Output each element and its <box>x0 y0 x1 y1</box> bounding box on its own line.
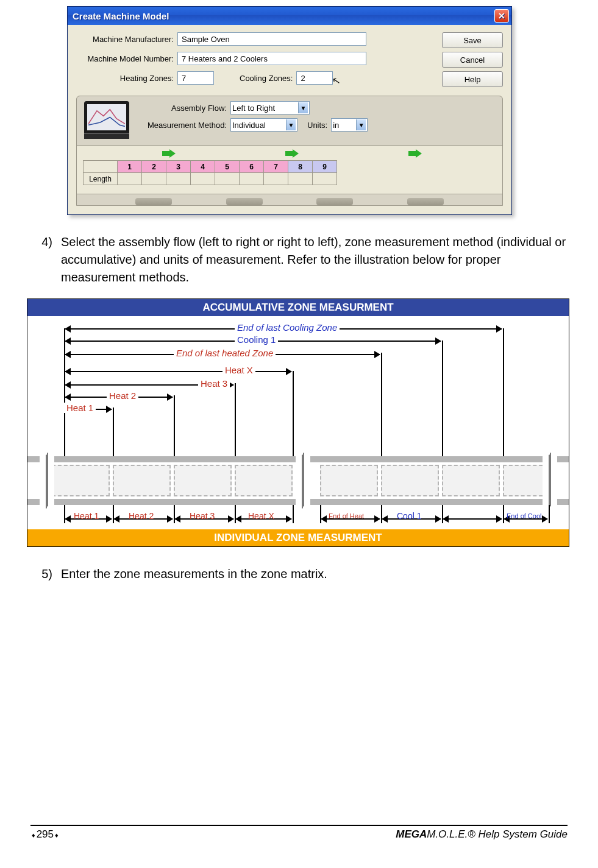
step-number: 5) <box>38 565 52 583</box>
zone-header: 3 <box>166 161 191 173</box>
zone-matrix-table: 1 2 3 4 5 6 7 8 9 Length <box>83 160 337 185</box>
model-number-label: Machine Model Number: <box>76 54 174 63</box>
zone-header: 4 <box>191 161 215 173</box>
measurement-diagram: ACCUMULATIVE ZONE MEASURMENT <box>27 298 569 547</box>
zone-header: 8 <box>288 161 313 173</box>
step-text: Select the assembly flow (left to right … <box>61 233 568 286</box>
heat3-ind-label: Heat 3 <box>190 511 215 521</box>
manufacturer-input[interactable] <box>177 32 366 46</box>
accumulative-header: ACCUMULATIVE ZONE MEASURMENT <box>27 299 569 316</box>
cooling1-label: Cooling 1 <box>235 334 278 345</box>
heat1-acc-label: Heat 1 <box>64 403 96 413</box>
save-button[interactable]: Save <box>442 32 503 48</box>
zone-cell[interactable] <box>142 173 166 185</box>
arrow-right-icon <box>285 149 299 158</box>
machine-foot-icon <box>407 198 444 205</box>
machine-foot-icon <box>226 198 263 205</box>
machine-foot-icon <box>135 198 172 205</box>
create-machine-model-dialog: Create Machine Model ✕ Machine Manufactu… <box>67 6 512 215</box>
page-footer: 295 MEGAM.O.L.E.® Help System Guide <box>30 825 568 841</box>
cursor-icon: ↖ <box>332 74 341 87</box>
chevron-down-icon: ▼ <box>356 119 366 130</box>
cooling-zones-label: Cooling Zones: <box>240 74 293 83</box>
zone-cell[interactable] <box>166 173 191 185</box>
arrow-right-icon <box>162 149 176 158</box>
dialog-title: Create Machine Model <box>73 11 494 21</box>
units-select[interactable]: in▼ <box>331 118 368 132</box>
zone-cell[interactable] <box>118 173 142 185</box>
heat2-acc-label: Heat 2 <box>107 390 138 401</box>
zone-cell[interactable] <box>264 173 288 185</box>
end-cool-ind-label: End of Cool <box>507 512 541 520</box>
machine-foot-icon <box>316 198 353 205</box>
arrow-right-icon <box>408 149 422 158</box>
zone-header: 1 <box>118 161 142 173</box>
individual-header: INDIVIDUAL ZONE MEASURMENT <box>27 529 569 546</box>
zone-cell[interactable] <box>215 173 240 185</box>
monitor-icon <box>84 101 129 139</box>
heatx-acc-label: Heat X <box>222 365 255 375</box>
measurement-method-select[interactable]: Individual▼ <box>230 118 297 132</box>
step-5: 5) Enter the zone measurements in the zo… <box>38 565 568 583</box>
zone-cell[interactable] <box>288 173 313 185</box>
cool1-ind-label: Cool 1 <box>397 511 421 521</box>
zone-header: 6 <box>240 161 264 173</box>
step-number: 4) <box>38 233 52 286</box>
model-number-input[interactable] <box>177 52 366 65</box>
length-row-label: Length <box>84 173 118 185</box>
assembly-panel: Assembly Flow: Left to Right▼ Measuremen… <box>76 96 503 206</box>
zone-cell[interactable] <box>240 173 264 185</box>
dialog-titlebar: Create Machine Model ✕ <box>68 7 511 25</box>
help-button[interactable]: Help <box>442 71 503 87</box>
cancel-button[interactable]: Cancel <box>442 52 503 68</box>
heatx-ind-label: Heat X <box>248 511 274 521</box>
end-cooling-label: End of last Cooling Zone <box>235 322 340 333</box>
heat2-ind-label: Heat 2 <box>129 511 154 521</box>
measurement-method-label: Measurement Method: <box>135 121 227 130</box>
chevron-down-icon: ▼ <box>298 102 308 113</box>
heat3-acc-label: Heat 3 <box>198 378 230 389</box>
end-heat-ind-label: End of Heat <box>329 512 364 520</box>
end-heated-label: End of last heated Zone <box>174 348 276 358</box>
manufacturer-label: Machine Manufacturer: <box>76 35 174 44</box>
heat1-ind-label: Heat 1 <box>74 511 99 521</box>
zone-header: 2 <box>142 161 166 173</box>
zone-cell[interactable] <box>191 173 215 185</box>
step-text: Enter the zone measurements in the zone … <box>61 565 568 583</box>
assembly-flow-select[interactable]: Left to Right▼ <box>230 101 310 115</box>
page-number: 295 <box>30 828 60 841</box>
chevron-down-icon: ▼ <box>286 119 296 130</box>
zone-header: 7 <box>264 161 288 173</box>
cooling-zones-input[interactable] <box>296 71 333 85</box>
units-label: Units: <box>307 121 327 130</box>
zone-header: 5 <box>215 161 240 173</box>
close-icon[interactable]: ✕ <box>494 9 509 23</box>
assembly-flow-label: Assembly Flow: <box>135 104 227 113</box>
heating-zones-input[interactable] <box>177 71 214 85</box>
guide-title: MEGAM.O.L.E.® Help System Guide <box>396 828 568 841</box>
zone-header: 9 <box>313 161 337 173</box>
heating-zones-label: Heating Zones: <box>76 74 174 83</box>
step-4: 4) Select the assembly flow (left to rig… <box>38 233 568 286</box>
zone-cell[interactable] <box>313 173 337 185</box>
